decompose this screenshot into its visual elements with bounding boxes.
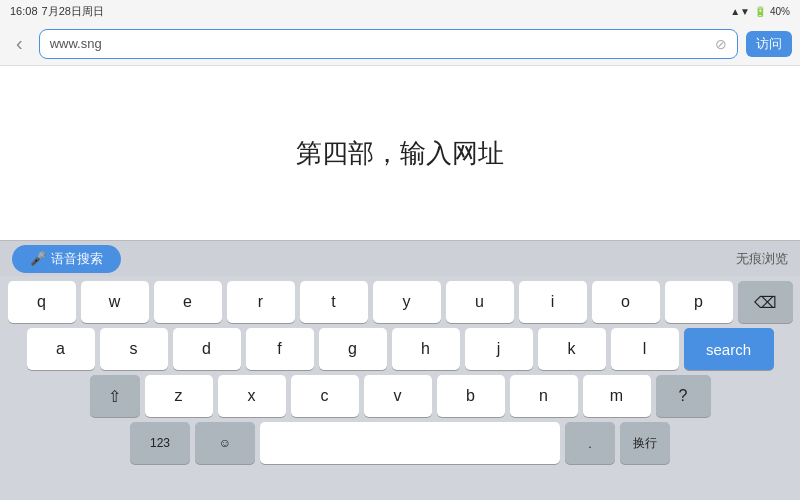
question-key[interactable]: ? — [656, 375, 711, 417]
key-g[interactable]: g — [319, 328, 387, 370]
symbols-key[interactable]: 123 — [130, 422, 190, 464]
backspace-key[interactable]: ⌫ — [738, 281, 793, 323]
mic-icon: 🎤 — [30, 251, 46, 266]
url-input[interactable]: www.sng — [50, 36, 707, 51]
status-bar: 16:08 7月28日周日 ▲▼ 🔋 40% — [0, 0, 800, 22]
battery-icon: 🔋 — [754, 6, 766, 17]
key-d[interactable]: d — [173, 328, 241, 370]
period-key[interactable]: . — [565, 422, 615, 464]
search-key[interactable]: search — [684, 328, 774, 370]
url-clear-icon[interactable]: ⊘ — [715, 36, 727, 52]
key-w[interactable]: w — [81, 281, 149, 323]
key-o[interactable]: o — [592, 281, 660, 323]
key-c[interactable]: c — [291, 375, 359, 417]
status-left: 16:08 7月28日周日 — [10, 4, 104, 19]
key-v[interactable]: v — [364, 375, 432, 417]
key-z[interactable]: z — [145, 375, 213, 417]
key-i[interactable]: i — [519, 281, 587, 323]
keyboard-row-3: ⇧ z x c v b n m ? — [3, 375, 797, 417]
key-h[interactable]: h — [392, 328, 460, 370]
key-j[interactable]: j — [465, 328, 533, 370]
shift-key[interactable]: ⇧ — [90, 375, 140, 417]
voice-search-button[interactable]: 🎤 语音搜索 — [12, 245, 121, 273]
keyboard-keys: q w e r t y u i o p ⌫ a s d f g h j k l … — [0, 276, 800, 471]
key-u[interactable]: u — [446, 281, 514, 323]
keyboard-area: 🎤 语音搜索 无痕浏览 q w e r t y u i o p ⌫ a s d … — [0, 240, 800, 500]
main-content: 第四部，输入网址 — [0, 66, 800, 240]
status-date: 7月28日周日 — [42, 4, 104, 19]
key-r[interactable]: r — [227, 281, 295, 323]
key-m[interactable]: m — [583, 375, 651, 417]
key-b[interactable]: b — [437, 375, 505, 417]
back-button[interactable]: ‹ — [8, 28, 31, 59]
space-key[interactable] — [260, 422, 560, 464]
key-l[interactable]: l — [611, 328, 679, 370]
key-p[interactable]: p — [665, 281, 733, 323]
key-q[interactable]: q — [8, 281, 76, 323]
key-k[interactable]: k — [538, 328, 606, 370]
url-bar[interactable]: www.sng ⊘ — [39, 29, 738, 59]
key-n[interactable]: n — [510, 375, 578, 417]
keyboard-row-1: q w e r t y u i o p ⌫ — [3, 281, 797, 323]
done-key[interactable]: 换行 — [620, 422, 670, 464]
key-e[interactable]: e — [154, 281, 222, 323]
status-right: ▲▼ 🔋 40% — [730, 6, 790, 17]
status-time: 16:08 — [10, 5, 38, 17]
voice-search-label: 语音搜索 — [51, 250, 103, 268]
visit-button[interactable]: 访问 — [746, 31, 792, 57]
keyboard-toolbar: 🎤 语音搜索 无痕浏览 — [0, 240, 800, 276]
signal-icon: ▲▼ — [730, 6, 750, 17]
key-a[interactable]: a — [27, 328, 95, 370]
incognito-label: 无痕浏览 — [736, 250, 788, 268]
key-x[interactable]: x — [218, 375, 286, 417]
key-t[interactable]: t — [300, 281, 368, 323]
key-s[interactable]: s — [100, 328, 168, 370]
nav-bar: ‹ www.sng ⊘ 访问 — [0, 22, 800, 66]
key-y[interactable]: y — [373, 281, 441, 323]
emoji-key[interactable]: ☺ — [195, 422, 255, 464]
main-title: 第四部，输入网址 — [296, 136, 504, 171]
key-f[interactable]: f — [246, 328, 314, 370]
keyboard-row-2: a s d f g h j k l search — [3, 328, 797, 370]
battery-level: 40% — [770, 6, 790, 17]
keyboard-row-4: 123 ☺ . 换行 — [3, 422, 797, 464]
